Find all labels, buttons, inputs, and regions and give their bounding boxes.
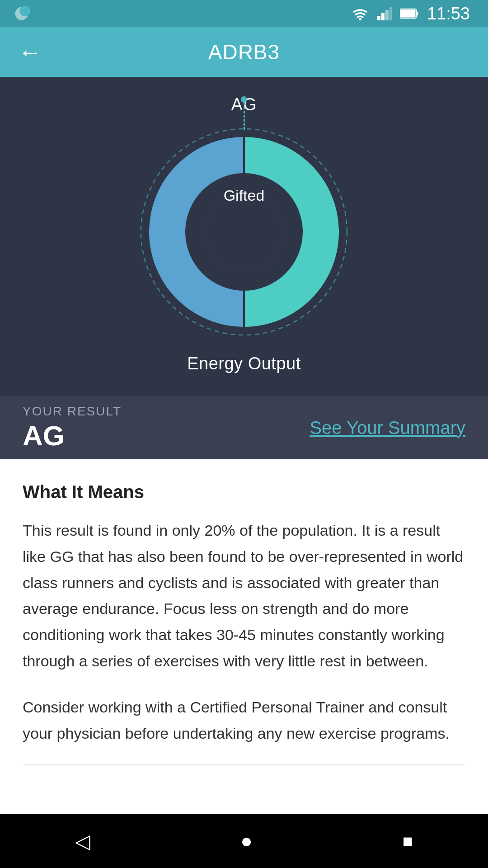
content-area: What It Means This result is found in on… — [0, 459, 488, 814]
svg-point-3 — [359, 18, 361, 20]
nav-home-button[interactable]: ● — [240, 830, 253, 852]
donut-chart: Gifted — [136, 123, 352, 340]
svg-rect-6 — [385, 10, 389, 20]
energy-output-label: Energy Output — [187, 354, 301, 373]
indicator-dot — [241, 96, 247, 103]
result-bar: YOUR RESULT AG See Your Summary — [0, 396, 488, 459]
result-ag-value: AG — [23, 420, 122, 451]
see-summary-button[interactable]: See Your Summary — [310, 418, 465, 438]
nav-back-icon: ◁ — [75, 830, 90, 853]
status-time: 11:53 — [427, 4, 470, 24]
donut-svg — [136, 123, 352, 340]
app-bar-title: ADRB3 — [208, 40, 280, 64]
svg-point-14 — [186, 174, 302, 290]
nav-square-button[interactable]: ■ — [403, 831, 413, 851]
nav-home-icon: ● — [240, 830, 253, 852]
svg-point-1 — [20, 6, 30, 16]
status-bar: 11:53 — [0, 0, 488, 27]
signal-icon — [377, 7, 392, 20]
svg-rect-9 — [416, 12, 418, 15]
app-bar: ← ADRB3 — [0, 27, 488, 77]
chart-area: AG Gifted Energy Output — [0, 77, 488, 396]
nav-back-button[interactable]: ◁ — [75, 830, 90, 853]
result-left: YOUR RESULT AG — [23, 404, 122, 451]
what-it-means-paragraph1: This result is found in only 20% of the … — [23, 518, 465, 675]
svg-rect-4 — [377, 16, 380, 20]
status-icons: 11:53 — [351, 4, 470, 24]
svg-rect-5 — [381, 13, 385, 20]
bottom-divider — [23, 764, 465, 765]
consider-text: Consider working with a Certified Person… — [23, 694, 465, 747]
what-it-means-title: What It Means — [23, 482, 465, 502]
nav-square-icon: ■ — [403, 831, 413, 851]
your-result-label: YOUR RESULT — [23, 404, 122, 419]
back-button[interactable]: ← — [18, 40, 42, 64]
indicator-dashed-line — [244, 103, 245, 130]
svg-rect-10 — [401, 10, 415, 18]
battery-icon — [400, 8, 419, 19]
svg-rect-7 — [389, 7, 392, 20]
indicator-line — [241, 96, 247, 130]
wifi-icon — [351, 7, 369, 20]
moon-icon — [14, 5, 30, 22]
nav-bar: ◁ ● ■ — [0, 814, 488, 868]
